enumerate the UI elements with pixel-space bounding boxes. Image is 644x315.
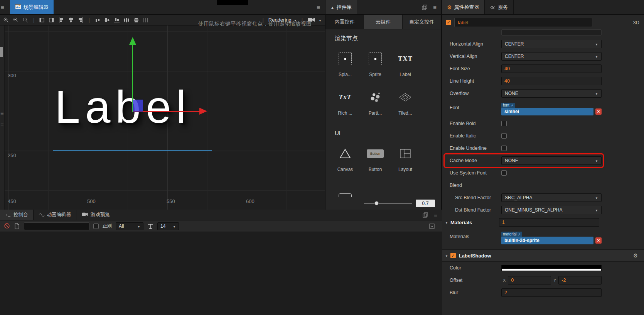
align-bottom-icon[interactable]	[114, 17, 120, 23]
tab-builtin-widgets[interactable]: 内置控件	[325, 15, 364, 29]
zoom-reset-icon[interactable]	[22, 17, 29, 23]
property-label: Dst Blend Factor	[450, 207, 501, 213]
float-window-icon[interactable]	[422, 212, 428, 218]
distribute-spacing-icon[interactable]	[143, 17, 149, 23]
label-shadow-enabled-checkbox[interactable]	[450, 253, 456, 258]
widget-item-tiledmap[interactable]: Tiled...	[390, 86, 420, 125]
clear-console-icon[interactable]	[4, 223, 10, 229]
icon-size-value[interactable]: 0.7	[416, 200, 435, 207]
align-left-icon[interactable]	[58, 17, 64, 23]
widget-item-clipped[interactable]	[330, 189, 360, 197]
component-gear-icon[interactable]	[633, 252, 638, 259]
enable-underline-checkbox[interactable]	[501, 146, 507, 151]
scene-panel-menu-icon[interactable]	[317, 4, 320, 10]
tab-scene-editor[interactable]: 场景编辑器	[10, 0, 54, 14]
tab-property-inspector[interactable]: 属性检查器	[442, 0, 485, 14]
widget-item-splash[interactable]: Spla...	[330, 48, 360, 86]
line-height-input[interactable]: 40	[501, 77, 602, 85]
vertical-align-dropdown[interactable]: CENTER	[501, 52, 602, 61]
property-label: Offset	[450, 278, 501, 283]
slider-handle[interactable]	[374, 201, 379, 205]
widget-item-layout[interactable]: Layout	[390, 143, 420, 181]
property-row-font: Font font simhei	[442, 100, 644, 117]
widget-item-label[interactable]: TXT Label	[390, 48, 420, 86]
collapsed-panel-menu-icon[interactable]	[0, 110, 4, 116]
widget-panel-menu-icon[interactable]	[433, 4, 437, 10]
node-name-input[interactable]: label	[454, 18, 592, 27]
node-active-checkbox[interactable]	[446, 20, 451, 25]
font-asset-input[interactable]: simhei	[501, 108, 593, 115]
label-shadow-component-header[interactable]: LabelShadow	[442, 249, 644, 262]
offset-x-input[interactable]: 0	[508, 276, 551, 285]
tab-widget-library[interactable]: 控件库	[325, 0, 357, 14]
collapse-triangle-icon[interactable]	[445, 220, 448, 225]
dock-right-icon[interactable]	[49, 17, 55, 23]
enable-bold-checkbox[interactable]	[501, 121, 507, 126]
align-top-icon[interactable]	[94, 17, 101, 23]
align-right-icon[interactable]	[78, 17, 84, 23]
offset-y-input[interactable]: -2	[558, 276, 602, 285]
tab-cloud-components[interactable]: 云组件	[364, 15, 403, 29]
regex-checkbox[interactable]	[93, 224, 99, 229]
tab-game-preview[interactable]: 游戏预览	[76, 210, 115, 220]
console-panel-menu-icon[interactable]	[434, 212, 437, 218]
distribute-horizontal-icon[interactable]	[123, 17, 130, 23]
widget-item-richtext[interactable]: TxT Rich ...	[330, 86, 360, 125]
dst-blend-dropdown[interactable]: ONE_MINUS_SRC_ALPHA	[501, 206, 602, 214]
console-search-input[interactable]	[24, 222, 89, 230]
dropdown-value: CENTER	[505, 41, 524, 47]
align-center-horizontal-icon[interactable]	[68, 17, 74, 23]
tab-custom-widgets[interactable]: 自定义控件	[403, 15, 441, 29]
console-output-area[interactable]	[0, 232, 442, 315]
collapsed-panel-menu-icon[interactable]	[0, 120, 4, 127]
tab-services[interactable]: 服务	[485, 0, 514, 14]
dropdown-value: CENTER	[505, 54, 524, 59]
left-strip-handle[interactable]	[0, 47, 3, 57]
zoom-out-icon[interactable]	[13, 17, 19, 23]
overflow-dropdown[interactable]: NONE	[501, 89, 602, 98]
distribute-vertical-icon[interactable]	[133, 17, 139, 23]
tab-animation-editor[interactable]: 动画编辑器	[34, 210, 77, 220]
materials-count-input[interactable]: 1	[499, 218, 599, 227]
horizontal-align-dropdown[interactable]: CENTER	[501, 40, 602, 48]
gizmo-center-handle[interactable]	[133, 100, 143, 112]
button-icon: Button	[367, 149, 384, 158]
3d-badge[interactable]: 3D	[633, 20, 639, 25]
float-window-icon[interactable]	[421, 4, 428, 10]
chevron-down-icon	[595, 54, 598, 59]
icon-size-slider[interactable]	[364, 203, 412, 204]
collapse-triangle-icon[interactable]	[445, 253, 448, 258]
label-txt-icon: TXT	[398, 55, 413, 63]
collapse-logs-icon[interactable]	[429, 223, 435, 229]
blur-input[interactable]: 2	[501, 288, 602, 297]
align-middle-icon[interactable]	[104, 17, 110, 23]
partial-input[interactable]	[501, 29, 602, 36]
widget-item-sprite[interactable]: Sprite	[360, 48, 390, 86]
log-level-dropdown[interactable]: All	[116, 222, 143, 230]
use-system-font-checkbox[interactable]	[501, 170, 507, 176]
property-label: Use System Font	[450, 170, 501, 176]
clear-font-button[interactable]	[595, 108, 602, 115]
inspector-body: label 3D Horizontal Align CENTER Vertica…	[442, 15, 644, 315]
font-asset-chip[interactable]: font	[501, 103, 515, 108]
panel-menu-icon[interactable]	[1, 4, 4, 10]
font-size-input[interactable]: 40	[501, 64, 602, 73]
materials-section-header[interactable]: Materials 1	[442, 216, 644, 229]
src-blend-dropdown[interactable]: SRC_ALPHA	[501, 193, 602, 202]
cache-mode-dropdown[interactable]: NONE	[501, 156, 602, 165]
clear-material-button[interactable]	[595, 237, 602, 244]
material-asset-chip[interactable]: material	[501, 232, 522, 237]
shadow-color-swatch[interactable]	[501, 265, 602, 271]
console-font-size-dropdown[interactable]: 14	[157, 222, 179, 230]
scene-viewport[interactable]: 300 250 450 500 550 600 Label	[5, 25, 325, 210]
dock-left-icon[interactable]	[39, 17, 45, 23]
widget-item-canvas[interactable]: Canvas	[330, 143, 360, 181]
widget-item-particle[interactable]: Parti...	[360, 86, 390, 125]
zoom-in-icon[interactable]	[3, 17, 9, 23]
widget-item-button[interactable]: Button Button	[360, 143, 390, 181]
enable-italic-checkbox[interactable]	[501, 133, 507, 139]
tab-console[interactable]: 控制台	[0, 210, 34, 220]
material-asset-input[interactable]: builtin-2d-sprite	[501, 237, 593, 244]
log-file-icon[interactable]	[14, 223, 20, 229]
chevron-down-icon[interactable]	[319, 17, 322, 23]
